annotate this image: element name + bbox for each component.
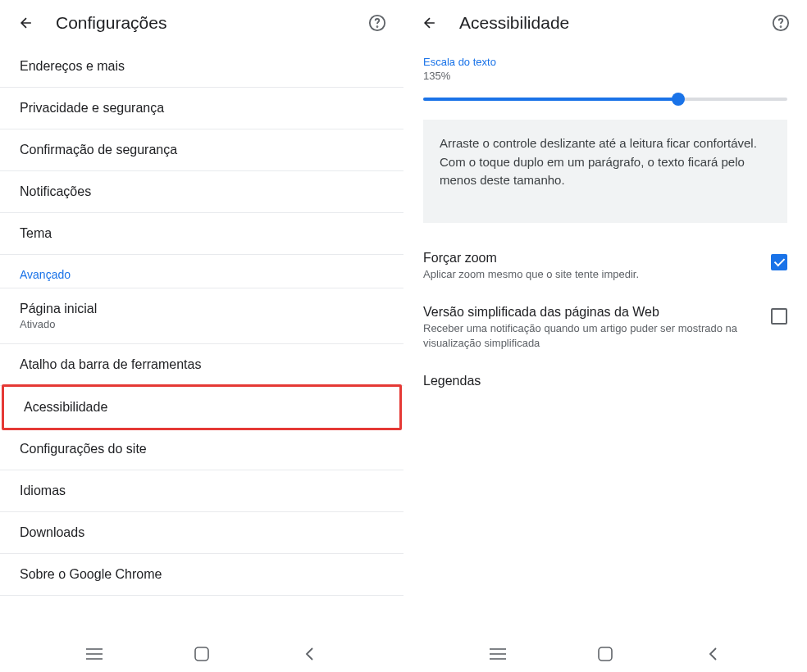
- help-icon: [368, 14, 386, 32]
- list-item-label: Confirmação de segurança: [20, 143, 384, 157]
- list-item-label: Downloads: [20, 525, 384, 540]
- text-scale-section: Escala do texto 135%: [404, 46, 807, 111]
- home-button[interactable]: [192, 644, 212, 664]
- home-icon: [598, 647, 613, 661]
- android-navbar: [0, 636, 404, 672]
- chevron-left-icon: [304, 647, 314, 661]
- list-item-label: Atalho da barra de ferramentas: [20, 357, 384, 372]
- list-item-homepage[interactable]: Página inicial Ativado: [0, 288, 404, 344]
- arrow-left-icon: [18, 15, 34, 31]
- recents-icon: [490, 648, 506, 660]
- list-item-about-chrome[interactable]: Sobre o Google Chrome: [0, 554, 404, 596]
- slider-thumb[interactable]: [672, 93, 685, 106]
- home-button[interactable]: [595, 644, 615, 664]
- svg-point-1: [377, 26, 378, 27]
- captions-row[interactable]: Legendas: [404, 362, 807, 400]
- force-zoom-row[interactable]: Forçar zoom Aplicar zoom mesmo que o sit…: [404, 239, 807, 293]
- simplified-checkbox[interactable]: [771, 308, 787, 325]
- simplified-sub: Receber uma notificação quando um artigo…: [423, 321, 758, 351]
- list-item-site-settings[interactable]: Configurações do site: [0, 429, 404, 470]
- settings-title: Configurações: [56, 13, 367, 33]
- help-button[interactable]: [367, 13, 387, 33]
- list-item-label: Notificações: [20, 184, 384, 199]
- list-item-accessibility[interactable]: Acessibilidade: [2, 384, 402, 430]
- accessibility-content: Escala do texto 135% Arraste o controle …: [404, 46, 807, 636]
- list-item-sublabel: Ativado: [20, 318, 384, 330]
- list-item-privacy[interactable]: Privacidade e segurança: [0, 88, 404, 129]
- list-item-security-check[interactable]: Confirmação de segurança: [0, 129, 404, 171]
- text-scale-value: 135%: [423, 70, 787, 82]
- recents-button[interactable]: [84, 644, 104, 664]
- list-item-label: Idiomas: [20, 484, 384, 498]
- list-item-notifications[interactable]: Notificações: [0, 171, 404, 213]
- simplified-row[interactable]: Versão simplificada das páginas da Web R…: [404, 293, 807, 362]
- force-zoom-text: Forçar zoom Aplicar zoom mesmo que o sit…: [423, 251, 758, 282]
- back-nav-button[interactable]: [299, 644, 319, 664]
- settings-screen: Configurações Endereços e mais Privacida…: [0, 0, 404, 672]
- advanced-section-header: Avançado: [0, 255, 404, 288]
- accessibility-title: Acessibilidade: [459, 13, 771, 33]
- list-item-addresses[interactable]: Endereços e mais: [0, 46, 404, 88]
- settings-header: Configurações: [0, 0, 404, 46]
- list-item-downloads[interactable]: Downloads: [0, 512, 404, 554]
- list-item-toolbar-shortcut[interactable]: Atalho da barra de ferramentas: [0, 344, 404, 386]
- list-item-label: Configurações do site: [20, 442, 384, 456]
- text-scale-info: Arraste o controle deslizante até a leit…: [423, 120, 787, 223]
- home-icon: [194, 647, 209, 661]
- svg-rect-11: [599, 647, 612, 661]
- recents-icon: [86, 648, 103, 660]
- simplified-title: Versão simplificada das páginas da Web: [423, 305, 758, 320]
- back-nav-button[interactable]: [703, 644, 723, 664]
- svg-rect-5: [195, 647, 208, 661]
- simplified-text: Versão simplificada das páginas da Web R…: [423, 305, 758, 351]
- svg-point-7: [781, 26, 782, 27]
- list-item-theme[interactable]: Tema: [0, 213, 404, 255]
- list-item-label: Acessibilidade: [24, 400, 380, 415]
- force-zoom-checkbox[interactable]: [771, 254, 787, 270]
- recents-button[interactable]: [488, 644, 508, 664]
- settings-list: Endereços e mais Privacidade e segurança…: [0, 46, 404, 636]
- accessibility-screen: Acessibilidade Escala do texto 135% Arra…: [404, 0, 807, 672]
- text-scale-slider[interactable]: [423, 87, 787, 111]
- force-zoom-sub: Aplicar zoom mesmo que o site tente impe…: [423, 267, 758, 282]
- text-scale-label: Escala do texto: [423, 56, 787, 68]
- force-zoom-title: Forçar zoom: [423, 251, 758, 266]
- list-item-label: Endereços e mais: [20, 59, 384, 74]
- accessibility-header: Acessibilidade: [404, 0, 807, 46]
- help-icon: [772, 14, 790, 32]
- captions-title: Legendas: [423, 374, 481, 388]
- help-button[interactable]: [771, 13, 791, 33]
- android-navbar: [404, 636, 807, 672]
- arrow-left-icon: [422, 15, 438, 31]
- list-item-languages[interactable]: Idiomas: [0, 470, 404, 512]
- chevron-left-icon: [708, 647, 718, 661]
- list-item-label: Tema: [20, 226, 384, 241]
- back-button[interactable]: [16, 13, 36, 33]
- back-button[interactable]: [420, 13, 440, 33]
- slider-fill: [423, 98, 678, 101]
- list-item-label: Sobre o Google Chrome: [20, 567, 384, 582]
- list-item-label: Página inicial: [20, 302, 384, 316]
- list-item-label: Privacidade e segurança: [20, 101, 384, 116]
